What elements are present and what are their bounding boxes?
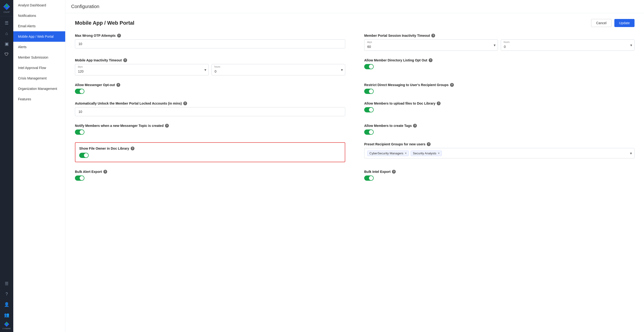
tag-cybersecurity-managers: CyberSecurity Managers × (367, 150, 409, 156)
tags-chevron-icon: ▾ (630, 151, 632, 156)
preset-recipient-groups-help-icon[interactable]: ? (427, 142, 430, 146)
member-portal-days-select[interactable]: 60 0 1 7 14 30 90 120 (364, 39, 498, 51)
show-file-owner-section: Show File Owner in Doc Library ? (75, 142, 345, 162)
auto-unlock-section: Automatically Unlock the Member Portal L… (75, 102, 345, 116)
mobile-app-hours-label: hours (214, 66, 220, 68)
notify-members-toggle-wrap (75, 130, 345, 135)
show-file-owner-help-icon[interactable]: ? (131, 146, 134, 150)
allow-create-tags-section: Allow Members to create Tags ? (364, 124, 634, 135)
logo-area: CSAP (0, 0, 13, 16)
sidebar-item-email-alerts[interactable]: Email Alerts (13, 21, 65, 31)
allow-member-directory-toggle-wrap (364, 64, 634, 69)
allow-create-tags-toggle[interactable] (364, 130, 374, 135)
form-grid: Max Wrong OTP Attempts ? Member Portal S… (75, 34, 634, 181)
auto-unlock-label: Automatically Unlock the Member Portal L… (75, 102, 345, 105)
allow-member-directory-section: Allow Member Directory Listing Opt Out ? (364, 58, 634, 76)
rail-icons: ☰ ⌂ ▣ 🛡 (2, 16, 12, 277)
bulk-alert-export-toggle[interactable] (75, 176, 84, 181)
show-file-owner-label: Show File Owner in Doc Library ? (79, 146, 341, 150)
help-circle-icon[interactable]: ? (2, 289, 12, 299)
member-portal-dual-select: days 60 0 1 7 14 30 90 120 ▾ (364, 39, 634, 51)
allow-members-upload-toggle[interactable] (364, 107, 374, 112)
preset-recipient-groups-tags-input[interactable]: CyberSecurity Managers × Security Analys… (364, 148, 634, 158)
monitor-icon[interactable]: ▣ (2, 39, 12, 48)
list-icon[interactable]: ☰ (2, 279, 12, 288)
allow-create-tags-help-icon[interactable]: ? (413, 124, 417, 128)
csap-label: CSAP (4, 11, 10, 13)
max-wrong-otp-help-icon[interactable]: ? (117, 34, 121, 38)
user-icon[interactable]: 👤 (2, 300, 12, 309)
mobile-app-inactivity-label: Mobile App Inactivity Timeout ? (75, 58, 345, 62)
btn-row: Cancel Update (591, 19, 634, 27)
bulk-intel-export-toggle-wrap (364, 176, 634, 181)
mobile-app-days-select[interactable]: 120 0 1 7 14 30 60 90 (75, 64, 209, 76)
sidebar-item-mobile-app[interactable]: Mobile App / Web Portal (13, 31, 65, 42)
tag-security-analysts: Security Analysts × (411, 150, 442, 156)
shield-icon[interactable]: 🛡 (2, 50, 12, 59)
auto-unlock-help-icon[interactable]: ? (183, 102, 187, 105)
top-header: Configuration (66, 0, 644, 13)
notify-members-toggle[interactable] (75, 130, 84, 135)
home-icon[interactable]: ⌂ (2, 29, 12, 38)
sidebar-item-alerts[interactable]: Alerts (13, 42, 65, 52)
restrict-direct-messaging-help-icon[interactable]: ? (450, 83, 454, 87)
notify-members-section: Notify Members when a new Messenger Topi… (75, 124, 345, 135)
show-file-owner-toggle-wrap (79, 153, 341, 158)
svg-marker-2 (3, 7, 7, 10)
sidebar-item-crisis-management[interactable]: Crisis Management (13, 73, 65, 84)
restrict-direct-messaging-toggle[interactable] (364, 89, 374, 94)
sidebar-item-features[interactable]: Features (13, 94, 65, 104)
member-portal-hours-wrapper: hours 0 1 2 3 4 6 12 ▾ (501, 39, 634, 51)
allow-messenger-optout-help-icon[interactable]: ? (116, 83, 120, 87)
bulk-intel-export-help-icon[interactable]: ? (392, 170, 396, 174)
allow-messenger-optout-toggle[interactable] (75, 89, 84, 94)
sidebar-item-org-management[interactable]: Organization Management (13, 84, 65, 94)
allow-members-upload-help-icon[interactable]: ? (437, 102, 440, 105)
mobile-app-inactivity-section: Mobile App Inactivity Timeout ? days 120… (75, 58, 345, 76)
allow-messenger-optout-toggle-wrap (75, 89, 345, 94)
allow-member-directory-label: Allow Member Directory Listing Opt Out ? (364, 58, 634, 62)
sidebar: Analyst Dashboard Notifications Email Al… (13, 0, 66, 332)
show-file-owner-toggle[interactable] (79, 153, 89, 158)
member-portal-session-help-icon[interactable]: ? (431, 34, 435, 38)
sidebar-item-member-submission[interactable]: Member Submission (13, 52, 65, 62)
bulk-intel-export-section: Bulk Intel Export ? (364, 170, 634, 181)
remove-cybersecurity-managers-icon[interactable]: × (405, 152, 407, 155)
restrict-direct-messaging-section: Restrict Direct Messaging to User's Reci… (364, 83, 634, 94)
main-area: Configuration Mobile App / Web Portal Ca… (66, 0, 644, 332)
cancel-button[interactable]: Cancel (591, 19, 612, 27)
mobile-app-hours-select[interactable]: 0 1 2 3 6 12 (212, 64, 345, 76)
remove-security-analysts-icon[interactable]: × (438, 152, 440, 155)
bulk-intel-export-toggle[interactable] (364, 176, 374, 181)
restrict-direct-messaging-label: Restrict Direct Messaging to User's Reci… (364, 83, 634, 87)
allow-create-tags-toggle-wrap (364, 130, 634, 135)
menu-icon[interactable]: ☰ (2, 18, 12, 28)
member-portal-days-wrapper: days 60 0 1 7 14 30 90 120 ▾ (364, 39, 498, 51)
bulk-alert-export-help-icon[interactable]: ? (104, 170, 107, 174)
member-portal-session-section: Member Portal Session Inactivity Timeout… (364, 34, 634, 51)
notify-members-label: Notify Members when a new Messenger Topi… (75, 124, 345, 128)
preset-recipient-groups-section: Preset Recipient Groups for new users ? … (364, 142, 634, 162)
mobile-app-inactivity-help-icon[interactable]: ? (123, 58, 127, 62)
allow-member-directory-help-icon[interactable]: ? (429, 58, 432, 62)
max-wrong-otp-input[interactable] (75, 39, 345, 48)
bulk-alert-export-section: Bulk Alert Export ? (75, 170, 345, 181)
max-wrong-otp-label: Max Wrong OTP Attempts ? (75, 34, 345, 38)
mobile-app-dual-select: days 120 0 1 7 14 30 60 90 ▾ (75, 64, 345, 76)
allow-member-directory-toggle[interactable] (364, 64, 374, 69)
page-title: Mobile App / Web Portal (75, 20, 134, 26)
bulk-alert-export-label: Bulk Alert Export ? (75, 170, 345, 174)
allow-members-upload-toggle-wrap (364, 107, 634, 112)
notify-members-help-icon[interactable]: ? (165, 124, 169, 128)
users-icon[interactable]: 👥 (2, 310, 12, 320)
mobile-app-days-wrapper: days 120 0 1 7 14 30 60 90 ▾ (75, 64, 209, 76)
content-area: Mobile App / Web Portal Cancel Update Ma… (66, 13, 644, 332)
sidebar-item-notifications[interactable]: Notifications (13, 10, 65, 21)
cyware-bottom-icon: CYWARE (2, 320, 12, 330)
cyware-logo-icon (3, 3, 10, 10)
member-portal-hours-select[interactable]: 0 1 2 3 4 6 12 (501, 39, 634, 51)
auto-unlock-input[interactable] (75, 107, 345, 116)
sidebar-item-intel-approval[interactable]: Intel Approval Flow (13, 62, 65, 73)
update-button[interactable]: Update (614, 19, 634, 27)
sidebar-item-analyst-dashboard[interactable]: Analyst Dashboard (13, 0, 65, 10)
